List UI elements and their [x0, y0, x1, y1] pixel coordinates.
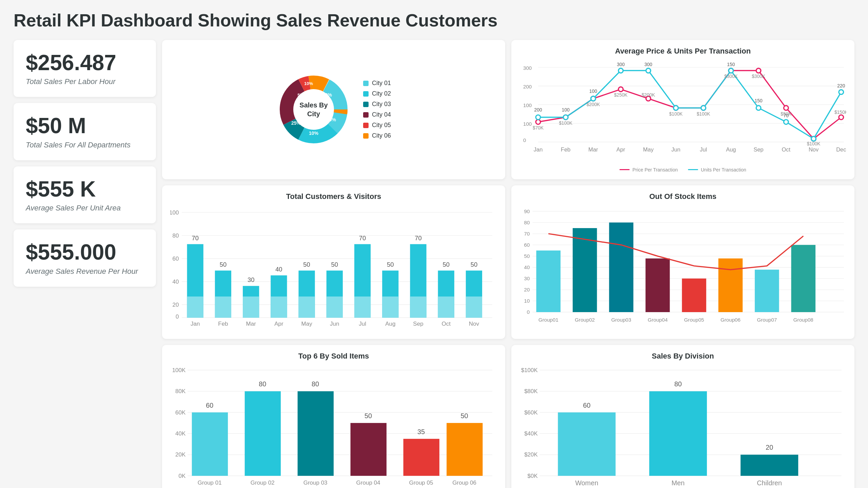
svg-text:40K: 40K: [175, 430, 186, 437]
svg-text:Group 02: Group 02: [251, 479, 275, 486]
legend-item-city04: City 04: [363, 111, 391, 118]
svg-text:$80K: $80K: [524, 388, 538, 394]
kpi-card-0: $256.487 Total Sales Per Labor Hour: [14, 40, 156, 97]
svg-text:60: 60: [206, 401, 213, 409]
svg-rect-185: [245, 391, 281, 475]
donut-center-label: Sales ByCity: [299, 101, 328, 118]
svg-text:Women: Women: [575, 479, 598, 487]
svg-text:May: May: [301, 321, 313, 327]
kpi-column: $256.487 Total Sales Per Labor Hour $50 …: [14, 40, 156, 488]
avg-price-title: Average Price & Units Per Transaction: [519, 47, 846, 56]
svg-rect-92: [187, 297, 203, 318]
top6-title: Top 6 By Sold Items: [170, 352, 497, 361]
svg-text:$200K: $200K: [642, 93, 655, 98]
svg-text:Jun: Jun: [330, 321, 339, 327]
svg-point-31: [784, 106, 788, 110]
svg-text:50: 50: [331, 261, 338, 268]
out-of-stock-title: Out Of Stock Items: [519, 192, 846, 201]
svg-text:Jan: Jan: [191, 321, 200, 327]
avg-price-legend: Price Per Transaction Units Per Transact…: [519, 167, 846, 172]
sales-division-title: Sales By Division: [519, 352, 846, 361]
svg-rect-215: [649, 391, 707, 475]
svg-text:$100K: $100K: [521, 367, 538, 373]
svg-text:200: 200: [534, 107, 542, 113]
svg-point-39: [673, 106, 678, 110]
svg-rect-157: [609, 223, 633, 312]
svg-text:$300K: $300K: [724, 74, 738, 79]
svg-rect-122: [466, 297, 482, 318]
svg-text:100: 100: [523, 121, 532, 127]
customers-chart: 100 80 60 40 20 0 70 5: [170, 206, 497, 331]
out-of-stock-chart: 90 80 70 60 50 40 30 20 10 0: [519, 206, 846, 327]
svg-text:Feb: Feb: [218, 321, 228, 327]
svg-text:Sep: Sep: [753, 146, 763, 153]
svg-text:Nov: Nov: [809, 146, 819, 153]
svg-rect-160: [718, 259, 743, 312]
svg-text:Group06: Group06: [721, 317, 741, 322]
svg-text:80: 80: [259, 380, 266, 388]
svg-rect-104: [299, 297, 315, 318]
svg-text:Aug: Aug: [726, 146, 736, 153]
svg-text:$100K: $100K: [807, 141, 821, 146]
svg-text:Group02: Group02: [575, 317, 595, 322]
svg-text:5%: 5%: [298, 93, 304, 98]
kpi-value-0: $256.487: [26, 51, 116, 75]
svg-text:25%: 25%: [291, 120, 301, 126]
svg-point-33: [839, 115, 844, 120]
svg-text:70: 70: [784, 113, 789, 118]
svg-text:20: 20: [524, 287, 530, 292]
svg-text:Mar: Mar: [246, 321, 256, 327]
svg-rect-187: [298, 391, 334, 475]
out-of-stock-card: Out Of Stock Items 90 80 70 60 50 40 30 …: [511, 185, 854, 339]
svg-text:$100K: $100K: [669, 111, 683, 117]
svg-text:60: 60: [583, 401, 590, 409]
svg-text:Aug: Aug: [385, 321, 395, 327]
svg-text:20%: 20%: [327, 117, 336, 122]
svg-text:80: 80: [524, 220, 530, 225]
svg-text:$100K: $100K: [697, 111, 711, 117]
svg-text:$60K: $60K: [524, 409, 538, 415]
svg-text:$250K: $250K: [614, 93, 628, 98]
svg-text:Group 06: Group 06: [452, 479, 476, 486]
kpi-label-3: Average Sales Revenue Per Hour: [26, 267, 138, 276]
svg-point-30: [756, 68, 761, 73]
svg-text:Jul: Jul: [700, 146, 707, 153]
svg-text:90: 90: [524, 208, 530, 214]
svg-text:200: 200: [523, 84, 532, 89]
svg-text:50: 50: [471, 261, 477, 268]
svg-text:$40K: $40K: [524, 430, 538, 437]
svg-point-37: [618, 68, 623, 73]
sales-division-chart: $100K $80K $60K $40K $20K $0K 60 80 20 W…: [519, 365, 846, 488]
svg-text:70: 70: [359, 235, 366, 242]
svg-text:10%: 10%: [309, 130, 319, 136]
avg-price-card: Average Price & Units Per Transaction 30…: [511, 40, 854, 179]
kpi-label-2: Average Sales Per Unit Area: [26, 204, 121, 212]
svg-text:30%: 30%: [322, 92, 332, 98]
customers-card: Total Customers & Visitors 100 80 60 40 …: [162, 185, 505, 339]
svg-rect-101: [271, 297, 287, 318]
svg-rect-98: [243, 297, 259, 318]
svg-text:150: 150: [755, 98, 763, 103]
svg-text:20K: 20K: [175, 451, 186, 458]
top6-chart: 100K 80K 60K 40K 20K 0K 60 80 80: [170, 365, 497, 488]
svg-text:Group07: Group07: [757, 317, 777, 322]
svg-text:10: 10: [524, 298, 530, 304]
svg-point-25: [618, 87, 623, 92]
svg-text:300: 300: [617, 62, 625, 67]
svg-text:Group05: Group05: [684, 317, 704, 322]
svg-text:Group 01: Group 01: [198, 479, 222, 486]
svg-text:$300K: $300K: [752, 74, 766, 79]
customers-title: Total Customers & Visitors: [170, 192, 497, 201]
svg-text:100: 100: [523, 102, 532, 108]
svg-text:100: 100: [562, 107, 570, 113]
svg-rect-193: [447, 423, 482, 476]
svg-point-22: [536, 120, 540, 124]
svg-text:Sep: Sep: [413, 321, 423, 327]
svg-text:40: 40: [173, 279, 179, 285]
svg-text:0: 0: [527, 309, 530, 315]
svg-text:$100K: $100K: [559, 121, 573, 126]
svg-text:60K: 60K: [175, 409, 186, 415]
legend-item-city03: City 03: [363, 101, 391, 108]
svg-text:Jan: Jan: [534, 146, 543, 153]
kpi-label-1: Total Sales For All Departments: [26, 141, 131, 149]
